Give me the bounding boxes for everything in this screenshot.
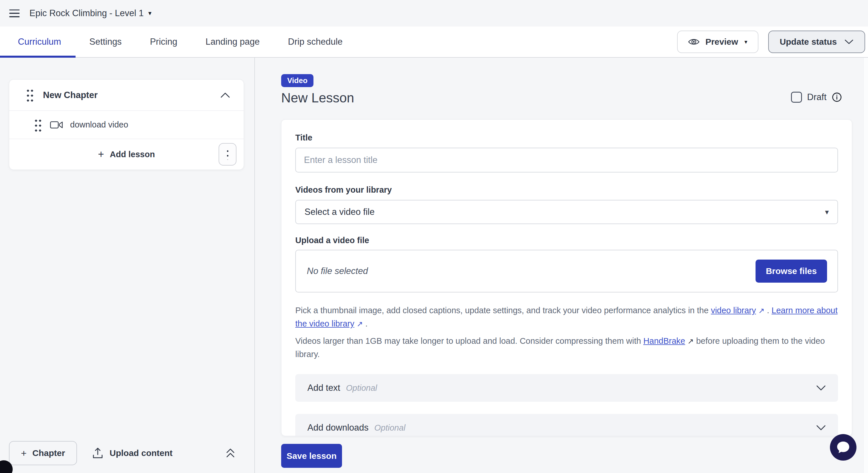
update-status-label: Update status [780, 37, 837, 47]
update-status-button[interactable]: Update status [768, 31, 865, 53]
chevron-down-icon [844, 39, 854, 45]
save-lesson-button[interactable]: Save lesson [281, 444, 342, 468]
lesson-type-badge: Video [281, 74, 313, 87]
tab-curriculum[interactable]: Curriculum [18, 37, 61, 47]
file-upload-dropzone[interactable]: No file selected Browse files [295, 250, 838, 292]
double-chevron-up-icon [225, 447, 236, 459]
chevron-down-icon [816, 425, 826, 431]
select-value: Select a video file [305, 207, 375, 217]
chapter-title: New Chapter [43, 90, 97, 100]
chevron-up-icon[interactable] [220, 92, 230, 98]
optional-hint: Optional [374, 423, 405, 433]
chat-bubble-icon [836, 441, 850, 454]
tab-settings[interactable]: Settings [89, 37, 122, 47]
course-switcher[interactable]: Epic Rock Climbing - Level 1 ▾ [29, 8, 151, 19]
caret-down-icon: ▾ [745, 39, 747, 45]
lesson-form-card: Title Videos from your library Select a … [281, 119, 852, 436]
topbar: Epic Rock Climbing - Level 1 ▾ [0, 0, 868, 27]
content: New Chapter [0, 58, 868, 473]
course-builder-app: Epic Rock Climbing - Level 1 ▾ Curriculu… [0, 0, 868, 473]
external-link-icon: ↗ [687, 335, 694, 348]
help-text: . [363, 319, 368, 328]
tab-pricing[interactable]: Pricing [150, 37, 177, 47]
handbrake-link[interactable]: HandBrake [643, 336, 685, 346]
collapse-all-button[interactable] [225, 447, 236, 459]
library-field-label: Videos from your library [295, 185, 838, 195]
add-lesson-label: Add lesson [110, 150, 155, 159]
kebab-menu-icon [227, 149, 228, 160]
upload-field-group: Upload a video file No file selected Bro… [295, 235, 838, 292]
video-library-link[interactable]: video library [711, 306, 756, 315]
tabs: Curriculum Settings Pricing Landing page… [18, 37, 343, 47]
upload-icon [92, 447, 103, 459]
external-link-icon: ↗ [357, 318, 363, 330]
preview-label: Preview [705, 37, 738, 47]
upload-field-label: Upload a video file [295, 235, 838, 245]
chat-launcher-button[interactable] [830, 434, 857, 461]
page-title: New Lesson [281, 90, 852, 105]
file-size-help-text: Videos larger than 1GB may take longer t… [295, 335, 838, 361]
add-chapter-label: Chapter [32, 448, 65, 458]
lesson-header: New Lesson Draft [281, 90, 852, 105]
caret-down-icon: ▾ [148, 10, 151, 17]
curriculum-sidebar: New Chapter [0, 58, 255, 473]
chevron-down-icon [816, 385, 826, 391]
upload-content-button[interactable]: Upload content [92, 447, 173, 459]
add-lesson-row: + Add lesson [9, 139, 244, 169]
eye-icon [688, 37, 700, 46]
upload-content-label: Upload content [110, 448, 173, 458]
plus-icon: + [98, 149, 104, 159]
browse-files-button[interactable]: Browse files [755, 259, 827, 283]
chapter-options-button[interactable] [219, 143, 237, 165]
drag-handle-icon[interactable] [34, 118, 42, 131]
title-field-group: Title [295, 133, 838, 172]
help-text: Pick a thumbnail image, add closed capti… [295, 306, 711, 315]
plus-icon: + [21, 448, 27, 458]
help-text: . [765, 306, 771, 315]
tab-drip-schedule[interactable]: Drip schedule [288, 37, 343, 47]
add-lesson-button[interactable]: + Add lesson [98, 149, 155, 159]
drag-handle-icon[interactable] [26, 88, 34, 102]
library-field-group: Videos from your library Select a video … [295, 185, 838, 224]
draft-toggle-row: Draft [791, 92, 842, 103]
chapter-header[interactable]: New Chapter [9, 80, 244, 111]
lesson-editor: Video New Lesson Draft [255, 58, 868, 473]
optional-hint: Optional [346, 383, 377, 393]
course-title: Epic Rock Climbing - Level 1 [29, 8, 144, 19]
draft-label: Draft [807, 92, 827, 102]
help-text: Videos larger than 1GB may take longer t… [295, 336, 643, 346]
add-downloads-accordion[interactable]: Add downloads Optional [295, 414, 838, 436]
info-icon[interactable] [832, 92, 842, 102]
video-library-help-text: Pick a thumbnail image, add closed capti… [295, 304, 838, 330]
lesson-title: download video [70, 120, 128, 129]
chapter-card: New Chapter [9, 79, 244, 170]
lesson-title-input[interactable] [295, 148, 838, 172]
lesson-row[interactable]: download video [9, 111, 244, 139]
tabbar: Curriculum Settings Pricing Landing page… [0, 27, 868, 58]
title-field-label: Title [295, 133, 838, 143]
menu-icon[interactable] [9, 9, 20, 17]
add-downloads-label: Add downloads [307, 422, 369, 433]
scrollbar-track[interactable] [863, 58, 868, 473]
video-camera-icon [50, 120, 63, 129]
active-tab-underline [0, 56, 75, 58]
preview-button[interactable]: Preview ▾ [677, 31, 758, 53]
sidebar-footer: + Chapter Upload content [9, 441, 236, 465]
add-text-accordion[interactable]: Add text Optional [295, 374, 838, 402]
external-link-icon: ↗ [758, 304, 765, 317]
tab-landing-page[interactable]: Landing page [206, 37, 260, 47]
draft-checkbox[interactable] [791, 92, 802, 103]
add-text-label: Add text [307, 383, 340, 393]
add-chapter-button[interactable]: + Chapter [9, 441, 77, 465]
caret-down-icon: ▾ [825, 208, 829, 216]
video-library-select[interactable]: Select a video file ▾ [295, 200, 838, 224]
no-file-text: No file selected [307, 266, 368, 276]
